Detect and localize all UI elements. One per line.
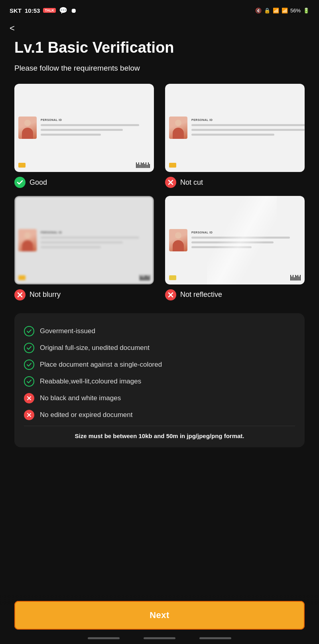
battery-label: 56% <box>290 8 301 14</box>
talk-badge: TALK <box>43 8 55 13</box>
req-icon-3 <box>24 376 34 387</box>
req-item-0: Goverment-issued <box>24 323 295 340</box>
example-notreflective: PERSONAL ID No <box>165 196 305 300</box>
page-title: Lv.1 Basic Verification <box>14 39 305 57</box>
signal-icon: 📶 <box>282 8 288 14</box>
next-button[interactable]: Next <box>14 601 305 630</box>
example-notreflective-label: Not reflective <box>165 289 222 300</box>
req-item-2: Place document against a single-colored <box>24 356 295 373</box>
carrier-label: SKT <box>10 7 22 14</box>
id-barcode-refl <box>290 275 301 281</box>
example-notblurry: PERSONAL ID No <box>14 196 154 300</box>
example-notcut-label: Not cut <box>165 177 203 188</box>
id-barcode <box>136 162 150 168</box>
req-icon-2 <box>24 360 34 370</box>
id-yellow-box-blurry <box>18 275 26 280</box>
main-content: Lv.1 Basic Verification Please follow th… <box>0 35 319 494</box>
req-item-1: Original full-size, unedited document <box>24 340 295 356</box>
requirements-divider <box>24 426 295 426</box>
id-card-good: PERSONAL ID <box>14 84 154 172</box>
id-photo-good <box>18 117 37 139</box>
id-photo-blurry <box>18 229 37 251</box>
nav-dot-1 <box>88 637 120 639</box>
bad-check-icon-notcut <box>165 177 176 188</box>
battery-icon: 🔋 <box>303 8 309 14</box>
id-card-notblurry: PERSONAL ID <box>14 196 154 284</box>
status-bar: SKT 10:53 TALK 💬 ⏺ 🔇 🔒 📶 📶 56% 🔋 <box>0 0 319 19</box>
bad-check-icon-blurry <box>14 289 26 300</box>
id-photo-notcut <box>169 117 187 139</box>
next-button-container: Next <box>0 595 319 644</box>
good-check-icon <box>14 177 26 188</box>
id-yellow-box-refl <box>169 275 176 280</box>
id-photo-reflective <box>169 229 187 251</box>
id-card-notreflective: PERSONAL ID <box>165 196 305 284</box>
req-item-4: No black and white images <box>24 390 295 407</box>
lock-icon: 🔒 <box>264 8 270 14</box>
back-button[interactable]: < <box>0 19 24 35</box>
status-icons: 🔇 🔒 📶 📶 56% 🔋 <box>255 8 309 14</box>
id-barcode-blurry <box>140 275 150 281</box>
nav-dots <box>0 637 319 641</box>
requirements-box: Goverment-issued Original full-size, une… <box>14 313 305 447</box>
mute-icon: 🔇 <box>255 8 262 14</box>
bottom-spacer <box>14 454 305 494</box>
example-good: PERSONAL ID Go <box>14 84 154 188</box>
message-icon: 💬 <box>59 6 67 15</box>
status-time: 10:53 <box>25 7 40 14</box>
size-note: Size must be between 10kb and 50m in jpg… <box>24 432 295 440</box>
nav-dot-2 <box>144 637 175 639</box>
id-yellow-box-cut <box>169 163 176 168</box>
example-notcut: PERSONAL ID No <box>165 84 305 188</box>
examples-grid: PERSONAL ID Go <box>14 84 305 300</box>
id-card-notcut: PERSONAL ID <box>165 84 305 172</box>
req-icon-1 <box>24 343 34 353</box>
id-yellow-box <box>18 163 26 168</box>
bad-check-icon-reflective <box>165 289 176 300</box>
example-good-label: Good <box>14 177 47 188</box>
req-icon-5 <box>24 410 34 420</box>
status-left: SKT 10:53 TALK 💬 ⏺ <box>10 6 77 15</box>
req-icon-4 <box>24 393 34 403</box>
nav-dot-3 <box>199 637 231 639</box>
req-icon-0 <box>24 326 34 336</box>
example-notblurry-label: Not blurry <box>14 289 61 300</box>
recorder-icon: ⏺ <box>71 7 77 14</box>
req-item-3: Reabable,well-lit,coloured images <box>24 373 295 390</box>
req-item-5: No edited or expired document <box>24 407 295 423</box>
wifi-icon: 📶 <box>273 8 279 14</box>
subtitle: Please follow the requirements below <box>14 64 305 73</box>
